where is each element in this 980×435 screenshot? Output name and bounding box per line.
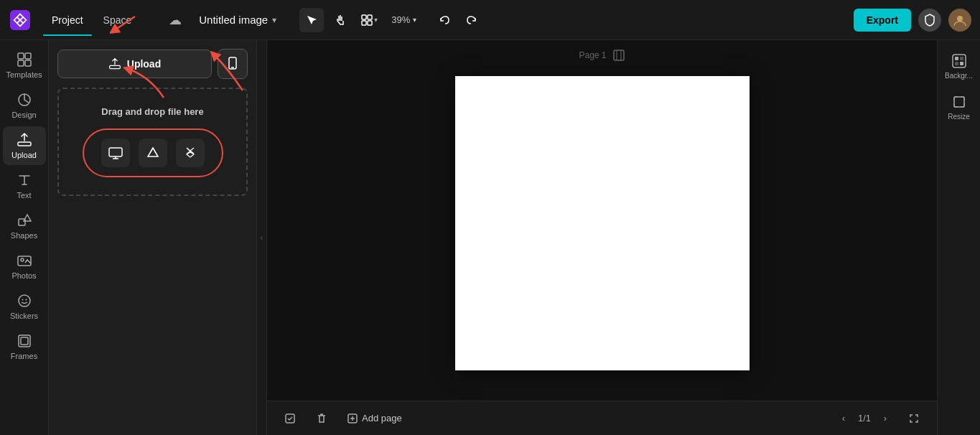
svg-rect-24 — [109, 65, 120, 68]
prev-page-button[interactable]: ‹ — [835, 410, 852, 427]
svg-rect-39 — [953, 55, 966, 67]
upload-drop-area: Drag and drop file here — [57, 88, 248, 196]
background-panel-item[interactable]: Backgr... — [941, 49, 978, 84]
svg-line-30 — [149, 148, 153, 154]
svg-rect-11 — [18, 60, 24, 66]
svg-point-18 — [21, 258, 24, 261]
sidebar-item-stickers[interactable]: Stickers — [3, 287, 46, 326]
view-tool[interactable]: ▾ — [357, 8, 381, 32]
panel-collapse-handle[interactable]: ‹ — [257, 40, 267, 435]
sidebar-stickers-label: Stickers — [10, 312, 38, 320]
cloud-save-icon[interactable]: ☁ — [163, 8, 187, 32]
app-logo[interactable] — [9, 9, 32, 32]
export-button[interactable]: Export — [854, 9, 911, 32]
page-navigation: ‹ 1/1 › — [835, 407, 925, 430]
svg-rect-14 — [18, 142, 31, 146]
canvas-container: Page 1 — [267, 40, 937, 401]
svg-rect-7 — [368, 21, 372, 25]
page-number: 1/1 — [858, 413, 871, 424]
undo-button[interactable] — [432, 8, 457, 32]
resize-panel-item[interactable]: Resize — [941, 90, 978, 125]
redo-button[interactable] — [459, 8, 484, 32]
add-page-button[interactable]: Add page — [342, 410, 408, 426]
svg-point-21 — [25, 299, 27, 301]
source-icons-group — [83, 128, 223, 177]
source-device-button[interactable] — [101, 139, 130, 167]
sidebar-item-upload[interactable]: Upload — [3, 126, 46, 165]
sidebar-design-label: Design — [11, 111, 36, 119]
nav-project[interactable]: Project — [43, 10, 92, 30]
sidebar-item-shapes[interactable]: Shapes — [3, 207, 46, 245]
title-text: Untitled image — [199, 14, 268, 26]
upload-main-button[interactable]: Upload — [57, 50, 212, 78]
upload-panel-header: Upload — [57, 49, 248, 79]
nav-space[interactable]: Space — [95, 10, 141, 30]
svg-rect-44 — [954, 97, 964, 107]
svg-point-20 — [22, 299, 23, 301]
select-tool[interactable] — [299, 8, 324, 32]
svg-rect-34 — [614, 50, 624, 60]
svg-rect-5 — [368, 15, 372, 19]
hand-tool[interactable] — [328, 8, 353, 32]
drag-drop-text: Drag and drop file here — [101, 106, 203, 117]
next-page-button[interactable]: › — [877, 410, 894, 427]
svg-rect-23 — [21, 337, 28, 345]
topbar-tools: ▾ 39% ▾ — [299, 8, 484, 32]
title-dropdown-icon: ▾ — [272, 15, 276, 25]
page-label: Page 1 — [579, 49, 625, 62]
expand-page-icon[interactable] — [612, 49, 625, 62]
svg-rect-43 — [960, 62, 963, 65]
topbar: Project Space ☁ Untitled image ▾ — [0, 0, 980, 40]
sidebar-item-templates[interactable]: Templates — [3, 46, 46, 85]
svg-rect-27 — [109, 148, 122, 156]
svg-line-31 — [153, 148, 157, 154]
sidebar-upload-label: Upload — [11, 151, 37, 159]
svg-marker-32 — [187, 148, 194, 154]
svg-rect-6 — [362, 21, 366, 25]
topbar-right: Export — [854, 9, 971, 32]
icon-sidebar: Templates Design Upload Text — [0, 40, 49, 435]
sidebar-item-design[interactable]: Design — [3, 86, 46, 125]
sidebar-frames-label: Frames — [11, 352, 37, 360]
source-dropbox-button[interactable] — [176, 139, 205, 167]
canvas-bottom-bar: Add page ‹ 1/1 › — [267, 401, 937, 435]
sidebar-text-label: Text — [17, 191, 31, 200]
zoom-dropdown-icon: ▾ — [413, 16, 416, 24]
sidebar-item-frames[interactable]: Frames — [3, 327, 46, 366]
svg-point-19 — [19, 295, 30, 307]
sidebar-templates-label: Templates — [6, 70, 42, 79]
sidebar-shapes-label: Shapes — [11, 231, 37, 240]
shield-icon[interactable] — [918, 9, 941, 32]
sidebar-item-text[interactable]: Text — [3, 167, 46, 205]
topbar-nav: Project Space — [43, 10, 140, 30]
svg-rect-12 — [25, 60, 31, 66]
background-label: Backgr... — [945, 72, 973, 80]
delete-page-icon[interactable] — [310, 407, 333, 430]
zoom-level: 39% — [391, 14, 410, 25]
right-panel: Backgr... Resize — [937, 40, 980, 435]
zoom-control[interactable]: 39% ▾ — [386, 11, 422, 28]
upload-panel: Upload — [49, 40, 257, 435]
page-label-text: Page 1 — [579, 50, 606, 60]
add-page-label: Add page — [362, 413, 402, 424]
resize-label: Resize — [948, 113, 970, 121]
upload-device-button[interactable] — [218, 49, 248, 79]
source-gdrive-button[interactable] — [139, 139, 167, 167]
fullscreen-icon[interactable] — [902, 407, 925, 430]
document-title[interactable]: Untitled image ▾ — [193, 11, 282, 29]
svg-marker-16 — [24, 215, 31, 221]
undo-redo-group — [432, 8, 484, 32]
save-page-icon[interactable] — [279, 407, 302, 430]
svg-rect-42 — [955, 62, 958, 65]
main-area: Templates Design Upload Text — [0, 40, 980, 435]
svg-rect-41 — [960, 57, 963, 60]
svg-rect-40 — [955, 57, 958, 60]
sidebar-item-photos[interactable]: Photos — [3, 247, 46, 286]
upload-btn-label: Upload — [127, 58, 161, 70]
document-canvas[interactable] — [455, 76, 750, 370]
svg-rect-4 — [362, 15, 366, 19]
svg-rect-10 — [25, 53, 31, 59]
user-avatar[interactable] — [948, 9, 971, 32]
svg-rect-9 — [18, 53, 24, 59]
svg-point-8 — [957, 16, 963, 22]
